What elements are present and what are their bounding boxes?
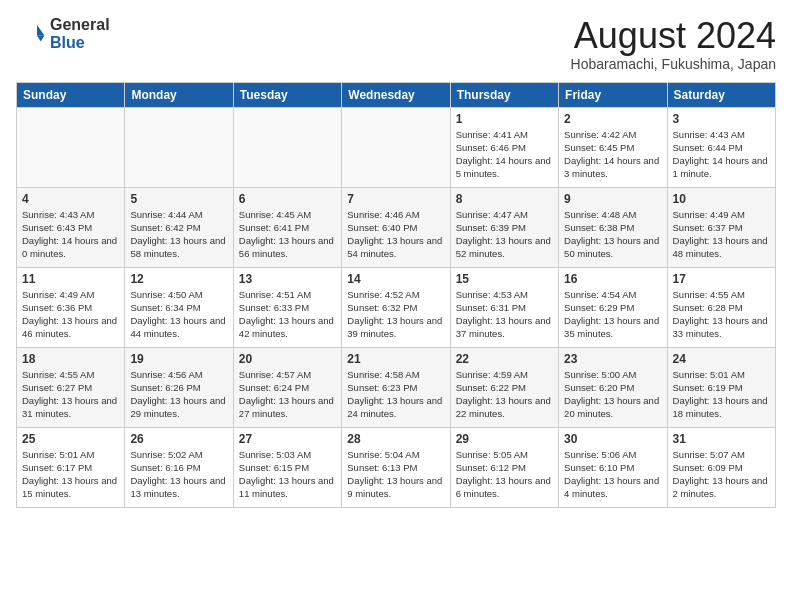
day-info: Sunrise: 4:51 AM Sunset: 6:33 PM Dayligh… <box>239 288 336 341</box>
calendar-cell: 28Sunrise: 5:04 AM Sunset: 6:13 PM Dayli… <box>342 427 450 507</box>
day-number: 23 <box>564 352 661 366</box>
calendar-cell: 25Sunrise: 5:01 AM Sunset: 6:17 PM Dayli… <box>17 427 125 507</box>
day-number: 20 <box>239 352 336 366</box>
day-info: Sunrise: 4:46 AM Sunset: 6:40 PM Dayligh… <box>347 208 444 261</box>
calendar-cell <box>125 107 233 187</box>
day-number: 8 <box>456 192 553 206</box>
month-title: August 2024 <box>571 16 776 56</box>
day-info: Sunrise: 4:48 AM Sunset: 6:38 PM Dayligh… <box>564 208 661 261</box>
day-number: 12 <box>130 272 227 286</box>
day-number: 1 <box>456 112 553 126</box>
calendar-cell: 29Sunrise: 5:05 AM Sunset: 6:12 PM Dayli… <box>450 427 558 507</box>
calendar-cell: 18Sunrise: 4:55 AM Sunset: 6:27 PM Dayli… <box>17 347 125 427</box>
calendar-cell: 4Sunrise: 4:43 AM Sunset: 6:43 PM Daylig… <box>17 187 125 267</box>
calendar-cell: 16Sunrise: 4:54 AM Sunset: 6:29 PM Dayli… <box>559 267 667 347</box>
day-of-week-header: Friday <box>559 82 667 107</box>
day-number: 29 <box>456 432 553 446</box>
day-info: Sunrise: 4:55 AM Sunset: 6:27 PM Dayligh… <box>22 368 119 421</box>
calendar-cell: 31Sunrise: 5:07 AM Sunset: 6:09 PM Dayli… <box>667 427 775 507</box>
location-subtitle: Hobaramachi, Fukushima, Japan <box>571 56 776 72</box>
day-of-week-header: Tuesday <box>233 82 341 107</box>
calendar-cell: 20Sunrise: 4:57 AM Sunset: 6:24 PM Dayli… <box>233 347 341 427</box>
calendar-cell: 13Sunrise: 4:51 AM Sunset: 6:33 PM Dayli… <box>233 267 341 347</box>
calendar-cell: 27Sunrise: 5:03 AM Sunset: 6:15 PM Dayli… <box>233 427 341 507</box>
day-number: 13 <box>239 272 336 286</box>
svg-marker-0 <box>37 25 45 36</box>
calendar-cell: 14Sunrise: 4:52 AM Sunset: 6:32 PM Dayli… <box>342 267 450 347</box>
day-info: Sunrise: 5:05 AM Sunset: 6:12 PM Dayligh… <box>456 448 553 501</box>
day-number: 24 <box>673 352 770 366</box>
day-info: Sunrise: 5:04 AM Sunset: 6:13 PM Dayligh… <box>347 448 444 501</box>
day-info: Sunrise: 5:06 AM Sunset: 6:10 PM Dayligh… <box>564 448 661 501</box>
calendar-table: SundayMondayTuesdayWednesdayThursdayFrid… <box>16 82 776 508</box>
day-info: Sunrise: 5:01 AM Sunset: 6:17 PM Dayligh… <box>22 448 119 501</box>
day-info: Sunrise: 4:45 AM Sunset: 6:41 PM Dayligh… <box>239 208 336 261</box>
calendar-cell: 7Sunrise: 4:46 AM Sunset: 6:40 PM Daylig… <box>342 187 450 267</box>
logo: General Blue <box>16 16 110 51</box>
calendar-cell: 30Sunrise: 5:06 AM Sunset: 6:10 PM Dayli… <box>559 427 667 507</box>
day-number: 15 <box>456 272 553 286</box>
day-info: Sunrise: 4:44 AM Sunset: 6:42 PM Dayligh… <box>130 208 227 261</box>
calendar-cell: 26Sunrise: 5:02 AM Sunset: 6:16 PM Dayli… <box>125 427 233 507</box>
day-number: 10 <box>673 192 770 206</box>
day-info: Sunrise: 5:03 AM Sunset: 6:15 PM Dayligh… <box>239 448 336 501</box>
day-info: Sunrise: 4:56 AM Sunset: 6:26 PM Dayligh… <box>130 368 227 421</box>
day-number: 9 <box>564 192 661 206</box>
day-info: Sunrise: 4:57 AM Sunset: 6:24 PM Dayligh… <box>239 368 336 421</box>
day-number: 26 <box>130 432 227 446</box>
day-number: 30 <box>564 432 661 446</box>
day-of-week-header: Wednesday <box>342 82 450 107</box>
calendar-cell: 23Sunrise: 5:00 AM Sunset: 6:20 PM Dayli… <box>559 347 667 427</box>
calendar-cell: 15Sunrise: 4:53 AM Sunset: 6:31 PM Dayli… <box>450 267 558 347</box>
day-number: 17 <box>673 272 770 286</box>
day-number: 28 <box>347 432 444 446</box>
day-number: 11 <box>22 272 119 286</box>
day-number: 27 <box>239 432 336 446</box>
calendar-cell: 5Sunrise: 4:44 AM Sunset: 6:42 PM Daylig… <box>125 187 233 267</box>
logo-icon <box>16 19 46 49</box>
calendar-cell: 21Sunrise: 4:58 AM Sunset: 6:23 PM Dayli… <box>342 347 450 427</box>
day-info: Sunrise: 4:55 AM Sunset: 6:28 PM Dayligh… <box>673 288 770 341</box>
header: General Blue August 2024 Hobaramachi, Fu… <box>16 16 776 72</box>
day-number: 18 <box>22 352 119 366</box>
calendar-cell: 6Sunrise: 4:45 AM Sunset: 6:41 PM Daylig… <box>233 187 341 267</box>
day-of-week-header: Saturday <box>667 82 775 107</box>
day-info: Sunrise: 4:58 AM Sunset: 6:23 PM Dayligh… <box>347 368 444 421</box>
calendar-week-row: 4Sunrise: 4:43 AM Sunset: 6:43 PM Daylig… <box>17 187 776 267</box>
day-number: 2 <box>564 112 661 126</box>
calendar-week-row: 18Sunrise: 4:55 AM Sunset: 6:27 PM Dayli… <box>17 347 776 427</box>
calendar-cell: 10Sunrise: 4:49 AM Sunset: 6:37 PM Dayli… <box>667 187 775 267</box>
calendar-week-row: 25Sunrise: 5:01 AM Sunset: 6:17 PM Dayli… <box>17 427 776 507</box>
calendar-week-row: 1Sunrise: 4:41 AM Sunset: 6:46 PM Daylig… <box>17 107 776 187</box>
calendar-cell: 11Sunrise: 4:49 AM Sunset: 6:36 PM Dayli… <box>17 267 125 347</box>
day-number: 16 <box>564 272 661 286</box>
day-info: Sunrise: 4:43 AM Sunset: 6:43 PM Dayligh… <box>22 208 119 261</box>
calendar-cell <box>17 107 125 187</box>
calendar-cell: 24Sunrise: 5:01 AM Sunset: 6:19 PM Dayli… <box>667 347 775 427</box>
calendar-cell: 22Sunrise: 4:59 AM Sunset: 6:22 PM Dayli… <box>450 347 558 427</box>
day-number: 14 <box>347 272 444 286</box>
calendar-cell: 8Sunrise: 4:47 AM Sunset: 6:39 PM Daylig… <box>450 187 558 267</box>
calendar-cell: 2Sunrise: 4:42 AM Sunset: 6:45 PM Daylig… <box>559 107 667 187</box>
day-number: 4 <box>22 192 119 206</box>
day-number: 5 <box>130 192 227 206</box>
day-info: Sunrise: 4:47 AM Sunset: 6:39 PM Dayligh… <box>456 208 553 261</box>
calendar-cell: 9Sunrise: 4:48 AM Sunset: 6:38 PM Daylig… <box>559 187 667 267</box>
day-number: 19 <box>130 352 227 366</box>
day-of-week-header: Thursday <box>450 82 558 107</box>
day-info: Sunrise: 4:53 AM Sunset: 6:31 PM Dayligh… <box>456 288 553 341</box>
day-info: Sunrise: 4:43 AM Sunset: 6:44 PM Dayligh… <box>673 128 770 181</box>
logo-blue-text: Blue <box>50 34 110 52</box>
day-info: Sunrise: 5:01 AM Sunset: 6:19 PM Dayligh… <box>673 368 770 421</box>
day-number: 31 <box>673 432 770 446</box>
day-number: 25 <box>22 432 119 446</box>
calendar-cell: 3Sunrise: 4:43 AM Sunset: 6:44 PM Daylig… <box>667 107 775 187</box>
day-info: Sunrise: 4:50 AM Sunset: 6:34 PM Dayligh… <box>130 288 227 341</box>
day-number: 7 <box>347 192 444 206</box>
calendar-cell: 19Sunrise: 4:56 AM Sunset: 6:26 PM Dayli… <box>125 347 233 427</box>
day-info: Sunrise: 4:52 AM Sunset: 6:32 PM Dayligh… <box>347 288 444 341</box>
calendar-cell: 17Sunrise: 4:55 AM Sunset: 6:28 PM Dayli… <box>667 267 775 347</box>
day-info: Sunrise: 4:49 AM Sunset: 6:36 PM Dayligh… <box>22 288 119 341</box>
day-info: Sunrise: 4:49 AM Sunset: 6:37 PM Dayligh… <box>673 208 770 261</box>
day-number: 3 <box>673 112 770 126</box>
